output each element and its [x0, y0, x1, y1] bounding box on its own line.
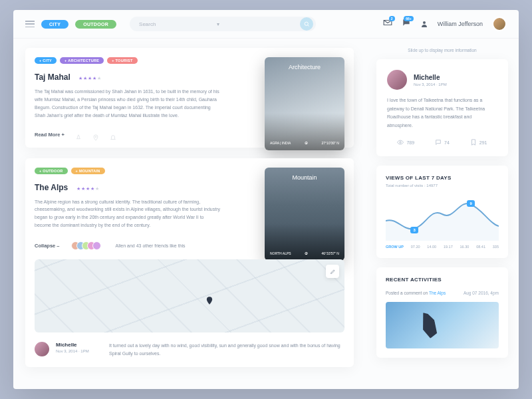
profile-name: Michelle — [414, 74, 447, 81]
svg-line-1 — [307, 25, 309, 26]
chat-badge: 66+ — [404, 16, 413, 21]
filter-city-pill[interactable]: CITY — [41, 20, 68, 29]
map-view[interactable] — [35, 259, 344, 332]
avatar[interactable] — [492, 17, 507, 31]
comment-text: It turned out a lovely day with no wind,… — [109, 342, 344, 358]
map-pin-icon — [205, 296, 214, 305]
post-desc: The Alpine region has a strong cultural … — [35, 198, 221, 230]
chat-icon[interactable]: 66+ — [402, 18, 411, 30]
slide-hint: Slide up to display more information — [376, 48, 508, 53]
search-input[interactable]: Search ▾ — [130, 17, 316, 31]
mail-icon[interactable]: 2 — [383, 18, 392, 30]
comment-row: Michelle Nov 3, 2014 · 1PM It turned out… — [35, 342, 344, 358]
activity-date: Aug 07 2016, 4pm — [464, 291, 499, 295]
post-card-taj-mahal: Architecture AGRA | INDIA⦿27°10'30" N + … — [25, 48, 354, 148]
thumb-label: Architecture — [265, 64, 344, 70]
thumb-label: Mountain — [265, 174, 344, 181]
comment-avatar[interactable] — [35, 342, 49, 356]
filter-outdoor-pill[interactable]: OUTDOOR — [75, 20, 116, 29]
activity-row: Posted a comment on The Alps Aug 07 2016… — [386, 291, 499, 295]
pin-icon[interactable] — [75, 132, 82, 138]
profile-avatar[interactable] — [387, 70, 407, 90]
chart-point-low: 3 — [410, 227, 418, 233]
svg-point-0 — [305, 22, 308, 25]
liker-avatars[interactable] — [74, 241, 101, 250]
search-placeholder: Search — [139, 21, 217, 27]
body: Architecture AGRA | INDIA⦿27°10'30" N + … — [13, 39, 519, 389]
chevron-down-icon[interactable]: ▾ — [217, 21, 295, 27]
post-title: The Alps — [35, 183, 68, 192]
stat-bookmarks: 291 — [470, 139, 487, 146]
post-desc: The Taj Mahal was commissioned by Shah J… — [35, 88, 221, 120]
profile-bio: I love the town of Talkeetna that functi… — [387, 96, 497, 130]
mail-badge: 2 — [389, 16, 395, 21]
user-icon[interactable] — [420, 20, 428, 28]
tag-city[interactable]: + CITY — [35, 57, 57, 64]
search-button[interactable] — [300, 17, 313, 31]
rating-stars: ★★★★★ — [76, 186, 99, 192]
rating-stars: ★★★★★ — [78, 76, 101, 81]
tag-mountain[interactable]: + MOUNTAIN — [71, 168, 105, 174]
tag-outdoor[interactable]: + OUTDOOR — [35, 168, 68, 174]
tag-architecture[interactable]: + ARCHITECTURE — [60, 57, 104, 64]
activity-image[interactable] — [386, 302, 499, 348]
svg-point-2 — [423, 21, 426, 24]
stat-views: 789 — [397, 139, 414, 146]
sidebar: Slide up to display more information Mic… — [366, 39, 519, 389]
topbar-right: 2 66+ William Jefferson — [383, 17, 507, 31]
chart-title: VIEWS OF LAST 7 DAYS — [386, 175, 499, 181]
post-card-the-alps: Mountain NORTH ALPS⦿46°33'57" N + OUTDOO… — [25, 158, 354, 367]
collapse-link[interactable]: Collapse – — [35, 243, 60, 249]
read-more-link[interactable]: Read More + — [35, 132, 65, 138]
chart-point-high: 9 — [467, 200, 474, 207]
bell-icon[interactable] — [110, 132, 116, 138]
stat-comments: 74 — [435, 139, 450, 146]
profile-stats: 789 74 291 — [387, 139, 497, 146]
activities-panel: RECENT ACTIVITIES Posted a comment on Th… — [376, 267, 508, 358]
username[interactable]: William Jefferson — [438, 21, 483, 27]
feed-column: Architecture AGRA | INDIA⦿27°10'30" N + … — [13, 39, 366, 389]
map-edit-button[interactable] — [326, 265, 339, 278]
profile-date: Nov 3, 2014 · 1PM — [414, 82, 447, 86]
post-thumbnail[interactable]: Architecture AGRA | INDIA⦿27°10'30" N — [265, 57, 344, 150]
profile-card: Michelle Nov 3, 2014 · 1PM I love the to… — [376, 59, 508, 156]
chart-subtitle: Total number of visits : 14977 — [386, 184, 499, 188]
chart-x-labels: GROW UP 07.20 14.00 19.17 16.30 08.41 33… — [386, 245, 499, 249]
svg-point-3 — [95, 136, 96, 137]
location-icon[interactable] — [92, 132, 99, 138]
views-chart-panel: VIEWS OF LAST 7 DAYS Total number of vis… — [376, 166, 508, 258]
app-window: CITY OUTDOOR Search ▾ 2 66+ William Jeff… — [13, 10, 519, 389]
topbar: CITY OUTDOOR Search ▾ 2 66+ William Jeff… — [13, 10, 519, 39]
tag-tourist[interactable]: + TOURIST — [107, 57, 137, 64]
line-chart: 3 9 — [386, 194, 499, 241]
post-title: Taj Mahal — [35, 72, 70, 82]
comment-date: Nov 3, 2014 · 1PM — [56, 349, 102, 353]
activities-title: RECENT ACTIVITIES — [386, 277, 499, 283]
likes-text: Allen and 43 other friends like this — [116, 243, 186, 248]
menu-icon[interactable] — [25, 21, 35, 27]
svg-point-4 — [400, 142, 402, 144]
comment-author: Michelle — [56, 342, 102, 348]
post-thumbnail[interactable]: Mountain NORTH ALPS⦿46°33'57" N — [265, 168, 344, 261]
activity-link[interactable]: The Alps — [429, 291, 446, 295]
